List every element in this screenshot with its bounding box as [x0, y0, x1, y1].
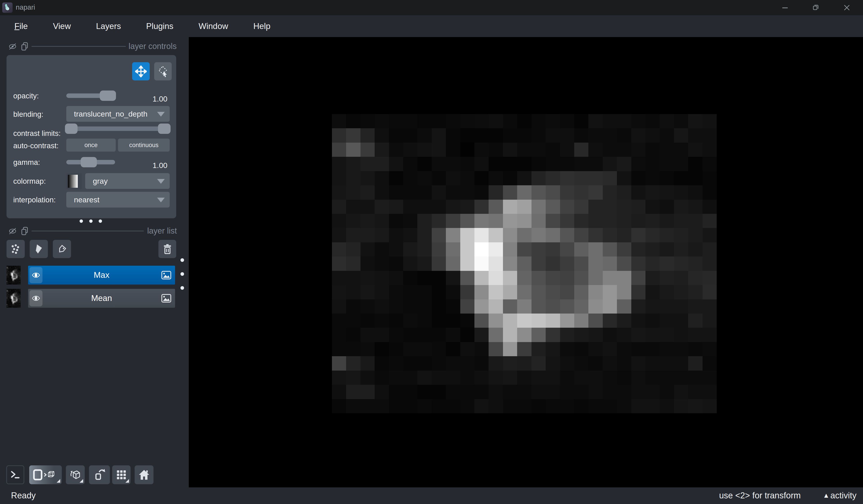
auto-contrast-label: auto-contrast:	[13, 142, 59, 150]
gamma-slider-handle[interactable]	[81, 157, 97, 167]
image-layer-display[interactable]	[332, 114, 717, 413]
left-dock: layer controls opacity: 1.00 blending:	[0, 37, 189, 487]
toggle-ndisplay-button[interactable]	[29, 465, 62, 484]
panel-resize-handle[interactable]	[180, 258, 184, 290]
minimize-icon	[780, 3, 789, 12]
new-shapes-layer-button[interactable]	[30, 240, 48, 258]
transform-icon	[157, 66, 169, 77]
grid-icon	[116, 469, 127, 480]
minimize-button[interactable]	[772, 0, 799, 15]
layer-controls-panel: opacity: 1.00 blending: translucent_no_d…	[7, 55, 176, 218]
close-icon	[842, 3, 851, 12]
menu-view[interactable]: View	[53, 22, 71, 31]
layer-name: Max	[28, 266, 175, 285]
activity-expand-icon: ▲	[823, 487, 829, 504]
activity-button[interactable]: ▲ activity	[823, 487, 856, 504]
opacity-value: 1.00	[134, 94, 167, 103]
pan-arrows-icon	[135, 66, 147, 77]
console-icon	[10, 469, 21, 480]
roll-cube-icon	[69, 469, 82, 481]
window-title: napari	[16, 0, 35, 15]
delete-layer-button[interactable]	[159, 240, 176, 258]
status-message: Ready	[11, 487, 36, 504]
layer-name: Mean	[28, 289, 175, 308]
blending-label: blending:	[13, 110, 43, 119]
continuous-label: continuous	[129, 142, 159, 149]
pan-zoom-mode-button[interactable]	[132, 62, 150, 80]
viewer-canvas[interactable]	[189, 37, 863, 487]
layer-list-title: layer list	[147, 226, 177, 236]
float-panel-icon[interactable]	[21, 227, 29, 236]
trash-icon	[162, 244, 173, 255]
blending-value: translucent_no_depth	[74, 109, 147, 118]
menu-bar: File View Layers Plugins Window Help	[0, 15, 863, 37]
labels-tag-icon	[57, 244, 68, 255]
layer-controls-header: layer controls	[0, 41, 189, 52]
blending-dropdown[interactable]: translucent_no_depth	[66, 106, 170, 122]
auto-contrast-continuous-button[interactable]: continuous	[118, 139, 170, 152]
gamma-value: 1.00	[134, 161, 167, 170]
new-points-layer-button[interactable]	[7, 240, 25, 258]
opacity-slider-handle[interactable]	[100, 91, 116, 101]
layer-list-header: layer list	[0, 226, 189, 236]
layer-row-max[interactable]: Max	[28, 266, 175, 285]
contrast-limits-slider[interactable]	[66, 127, 170, 131]
header-divider	[32, 46, 126, 47]
colormap-value: gray	[93, 177, 108, 185]
status-hint: use <2> for transform	[719, 487, 801, 504]
shapes-icon	[33, 244, 45, 255]
title-bar: napari	[0, 0, 863, 15]
image-layer-icon	[161, 294, 172, 303]
contrast-high-handle[interactable]	[158, 124, 171, 134]
console-button[interactable]	[6, 465, 24, 484]
status-bar: Ready use <2> for transform ▲ activity	[0, 487, 863, 504]
layer-thumbnail-max	[7, 266, 21, 285]
header-divider	[32, 231, 144, 231]
close-button[interactable]	[833, 0, 860, 15]
interpolation-dropdown[interactable]: nearest	[66, 192, 170, 208]
transpose-icon	[93, 468, 106, 481]
layer-controls-title: layer controls	[128, 41, 177, 51]
gamma-label: gamma:	[13, 158, 40, 167]
chevron-down-icon	[157, 179, 165, 184]
colormap-swatch	[66, 173, 82, 189]
menu-help[interactable]: Help	[253, 22, 270, 31]
restore-icon	[811, 3, 820, 12]
roll-dimensions-button[interactable]	[66, 465, 85, 484]
interpolation-label: interpolation:	[13, 196, 56, 204]
layer-thumbnail-mean	[7, 289, 21, 308]
interpolation-value: nearest	[74, 195, 99, 204]
points-icon	[10, 244, 21, 255]
2d-3d-toggle-icon	[32, 469, 59, 481]
menu-file[interactable]: File	[14, 22, 28, 31]
colormap-label: colormap:	[13, 177, 46, 185]
hide-panel-icon[interactable]	[8, 228, 17, 235]
auto-contrast-once-button[interactable]: once	[66, 139, 116, 152]
menu-window[interactable]: Window	[199, 22, 228, 31]
opacity-label: opacity:	[13, 92, 39, 100]
hide-panel-icon[interactable]	[8, 43, 17, 50]
restore-button[interactable]	[802, 0, 829, 15]
colormap-dropdown[interactable]: gray	[85, 173, 170, 189]
contrast-limits-label: contrast limits:	[13, 129, 61, 138]
new-labels-layer-button[interactable]	[53, 240, 71, 258]
chevron-down-icon	[157, 198, 165, 202]
dock-splitter-handle[interactable]	[79, 219, 102, 223]
contrast-low-handle[interactable]	[65, 124, 77, 134]
grid-view-button[interactable]	[112, 465, 130, 484]
napari-logo-icon	[2, 2, 13, 13]
gray-gradient-swatch	[68, 175, 78, 188]
menu-plugins[interactable]: Plugins	[146, 22, 173, 31]
chevron-down-icon	[157, 112, 165, 117]
home-reset-view-button[interactable]	[135, 465, 153, 484]
float-panel-icon[interactable]	[21, 42, 29, 51]
transform-mode-button[interactable]	[154, 62, 172, 80]
menu-layers[interactable]: Layers	[96, 22, 121, 31]
once-label: once	[85, 142, 98, 149]
activity-label: activity	[830, 487, 856, 504]
layer-row-mean[interactable]: Mean	[28, 289, 175, 308]
home-icon	[138, 469, 150, 481]
image-layer-icon	[161, 271, 172, 280]
transpose-dimensions-button[interactable]	[89, 465, 110, 484]
